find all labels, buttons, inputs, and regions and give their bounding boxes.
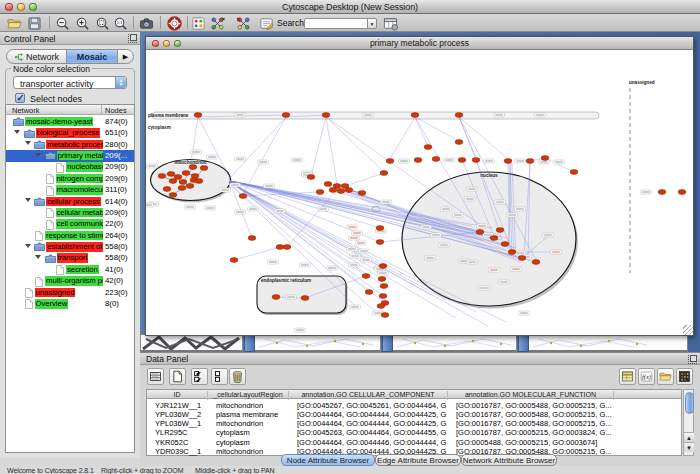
graph-node[interactable] [508, 250, 516, 255]
graph-node[interactable] [504, 159, 512, 164]
tree-row[interactable]: macromolecule metabolic process311(0) [6, 184, 134, 195]
tree-row[interactable]: nucleobase-containing compound metabolic… [6, 162, 134, 173]
graph-node[interactable] [282, 113, 290, 118]
graph-node[interactable] [458, 158, 466, 163]
graph-node[interactable] [322, 113, 330, 118]
graph-node[interactable] [379, 264, 387, 269]
save-icon[interactable] [25, 15, 43, 31]
graph-node[interactable] [337, 189, 345, 194]
graph-node[interactable] [378, 277, 386, 282]
select-nodes-checkbox[interactable] [15, 93, 25, 103]
graph-node[interactable] [329, 188, 337, 193]
graph-node[interactable] [379, 294, 387, 299]
graph-node[interactable] [194, 113, 202, 118]
tree-row[interactable]: Overview8(0) [6, 298, 134, 309]
tree-row[interactable]: multi-organism process42(0) [6, 275, 134, 286]
scroll-down-icon[interactable]: ▼ [684, 442, 694, 452]
new-attribute-icon[interactable] [169, 368, 186, 385]
zoom-out-icon[interactable] [53, 15, 71, 31]
graph-node[interactable] [230, 258, 238, 263]
tree-row[interactable]: establishment of localization558(0) [6, 241, 134, 252]
scrollbar-thumb[interactable] [685, 392, 694, 414]
tree-row[interactable]: nitrogen compound metabolic process209(0… [6, 173, 134, 184]
tree-row[interactable]: primary metabolic process209(... [6, 150, 134, 161]
tree-row[interactable]: biological_process651(0) [6, 127, 134, 138]
graph-node[interactable] [376, 226, 384, 231]
graph-node[interactable] [532, 260, 540, 265]
graph-node[interactable] [376, 240, 384, 245]
graph-node[interactable] [195, 179, 203, 184]
combobox-stepper-icon[interactable]: ▲▼ [115, 77, 126, 88]
tree-row[interactable]: secretion41(0) [6, 264, 134, 275]
graph-node[interactable] [541, 156, 549, 161]
tree-row[interactable]: transport558(0) [6, 253, 134, 264]
graph-node[interactable] [411, 113, 419, 118]
table-row[interactable]: YPL036W__1mitochondrion[GO:0044464, GO:0… [147, 419, 681, 428]
graph-node[interactable] [501, 242, 509, 247]
background-window[interactable] [528, 334, 688, 352]
tab-edge-attribute-browser[interactable]: Edge Attribute Browser [375, 454, 461, 466]
background-window[interactable] [140, 334, 243, 352]
tab-node-attribute-browser[interactable]: Node Attribute Browser [281, 454, 375, 466]
graph-node[interactable] [239, 194, 247, 199]
select-attributes-icon[interactable] [191, 368, 208, 385]
graph-node[interactable] [386, 159, 394, 164]
graph-node[interactable] [424, 145, 432, 150]
table-row[interactable]: YLR295Ccytoplasm[GO:0045263, GO:0044464,… [147, 428, 681, 437]
float-panel-icon[interactable] [128, 34, 137, 43]
graph-node[interactable] [169, 193, 177, 198]
graph-node[interactable] [490, 236, 498, 241]
attribute-browser-icon[interactable] [381, 15, 399, 31]
tree-row[interactable]: response to stimulus264(0) [6, 230, 134, 241]
import-table-icon[interactable] [619, 368, 636, 385]
graph-node[interactable] [455, 140, 463, 145]
tab-network-attribute-browser[interactable]: Network Attribute Browser [461, 454, 557, 466]
graph-node[interactable] [272, 295, 280, 300]
graph-node[interactable] [182, 171, 190, 176]
graph-node[interactable] [358, 191, 366, 196]
table-row[interactable]: YKR052Ccytoplasm[GO:0044464, GO:0044446,… [147, 437, 681, 446]
network-nodes-icon[interactable] [208, 15, 226, 31]
graph-node[interactable] [345, 188, 353, 193]
annotation-icon[interactable] [257, 15, 275, 31]
graph-node[interactable] [301, 296, 309, 301]
graph-node[interactable] [276, 245, 284, 250]
open-folder-icon[interactable] [5, 15, 23, 31]
tree-row[interactable]: cellular metabolic process209(0) [6, 207, 134, 218]
graph-node[interactable] [455, 113, 463, 118]
vizmapper-icon[interactable] [189, 15, 207, 31]
graph-node[interactable] [179, 180, 187, 185]
camera-icon[interactable] [137, 15, 155, 31]
table-column-header[interactable]: annotation.GO CELLULAR_COMPONENT [289, 391, 448, 400]
graph-node[interactable] [377, 304, 385, 309]
graph-node[interactable] [570, 170, 578, 175]
attribute-matrix-icon[interactable] [676, 368, 693, 385]
background-window[interactable] [254, 334, 381, 352]
graph-node[interactable] [178, 186, 186, 191]
attribute-table-icon[interactable] [147, 368, 164, 385]
graph-node[interactable] [432, 157, 440, 162]
table-row[interactable]: YJR121W__1mitochondrion[GO:0045267, GO:0… [147, 400, 681, 409]
table-row[interactable]: YPL036W__2plasma membrane[GO:0044464, GO… [147, 409, 681, 418]
table-column-header[interactable]: ID [147, 391, 208, 400]
graph-node[interactable] [380, 171, 388, 176]
node-color-combobox[interactable]: transporter activity ▲▼ [13, 76, 127, 89]
graph-node[interactable] [362, 274, 370, 279]
help-ring-icon[interactable] [165, 15, 183, 31]
graph-node[interactable] [526, 159, 534, 164]
zoom-in-icon[interactable] [73, 15, 91, 31]
tree-row[interactable]: cellular process614(0) [6, 196, 134, 207]
graph-node[interactable] [200, 166, 208, 171]
graph-node[interactable] [496, 228, 504, 233]
graph-node[interactable] [163, 187, 171, 192]
table-column-header[interactable]: _cellularLayoutRegion [208, 391, 289, 400]
network-window-title-bar[interactable]: primary metabolic process [146, 37, 693, 50]
graph-node[interactable] [186, 184, 194, 189]
graph-node[interactable] [316, 190, 324, 195]
graph-node[interactable] [476, 230, 484, 235]
float-panel-icon[interactable] [688, 355, 697, 364]
graph-node[interactable] [381, 313, 389, 318]
resize-grip-icon[interactable] [683, 325, 693, 335]
zoom-selected-icon[interactable] [93, 15, 111, 31]
graph-node[interactable] [158, 174, 166, 179]
